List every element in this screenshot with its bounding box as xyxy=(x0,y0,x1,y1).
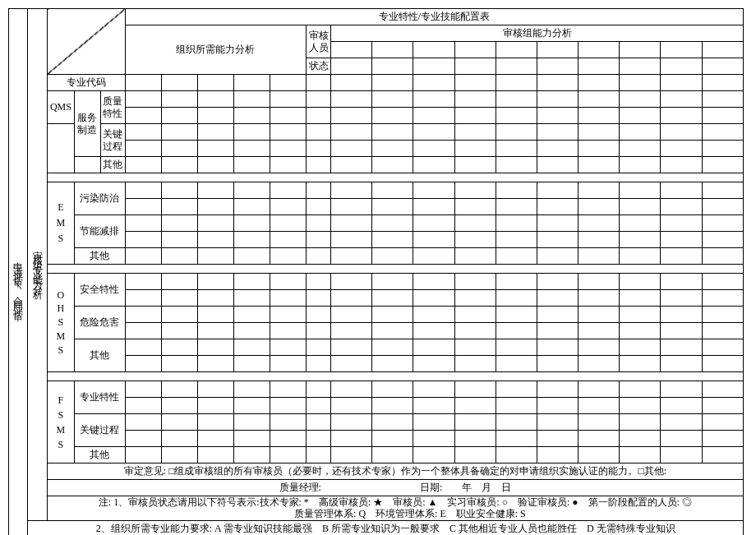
inner-side-label: 审核组专业能力分析 xyxy=(28,9,47,521)
fsms-r1: 专业特性 xyxy=(75,381,126,414)
qms-r1: 质量特性 xyxy=(100,91,125,124)
config-table: 申请评审＼合同评审 审核组专业能力分析 专业特性/专业技能配置表 组织所需能力分… xyxy=(8,8,744,535)
qms-svc1: 服务制造 xyxy=(75,91,101,157)
fsms-r2: 关键过程 xyxy=(75,414,126,447)
qms-r2: 关键过程 xyxy=(100,124,125,157)
ems-tag: EMS xyxy=(47,182,74,265)
fsms-tag: FSMS xyxy=(47,381,74,464)
qms-tag: QMS xyxy=(47,91,74,124)
note2: 2、组织所需专业能力要求: A 需专业知识技能最强 B 所需专业知识为一般要求 … xyxy=(28,520,744,535)
code-label: 专业代码 xyxy=(47,75,125,91)
ems-r3: 其他 xyxy=(75,248,126,265)
team-header: 审核组能力分析 xyxy=(331,25,744,42)
outer-side-label: 申请评审＼合同评审 xyxy=(9,9,28,536)
mgr-line: 质量经理: 日期: 年 月 日 xyxy=(47,480,743,496)
ohsms-r3: 其他 xyxy=(75,339,126,372)
ohsms-r1: 安全特性 xyxy=(75,274,126,307)
qms-r3: 其他 xyxy=(100,157,125,173)
note1: 注: 1、审核员状态请用以下符号表示:技术专家: * 高级审核员: ★ 审核员:… xyxy=(47,496,743,521)
ohsms-tag: OHSMS xyxy=(47,274,74,372)
ems-r2: 节能减排 xyxy=(75,215,126,248)
grid-cell xyxy=(331,42,372,58)
ohsms-r2: 危险危害 xyxy=(75,307,126,339)
table-title: 专业特性/专业技能配置表 xyxy=(125,9,743,25)
status-label: 状态 xyxy=(307,58,331,75)
auditor-label: 审核人员 xyxy=(307,25,331,58)
ems-r1: 污染防治 xyxy=(75,182,126,215)
org-header: 组织所需能力分析 xyxy=(125,25,306,75)
opinion-line: 审定意见: □组成审核组的所有审核员（必要时，还有技术专家）作为一个整体具备确定… xyxy=(47,464,743,480)
fsms-r3: 其他 xyxy=(75,447,126,464)
diagonal-cell xyxy=(47,9,125,75)
